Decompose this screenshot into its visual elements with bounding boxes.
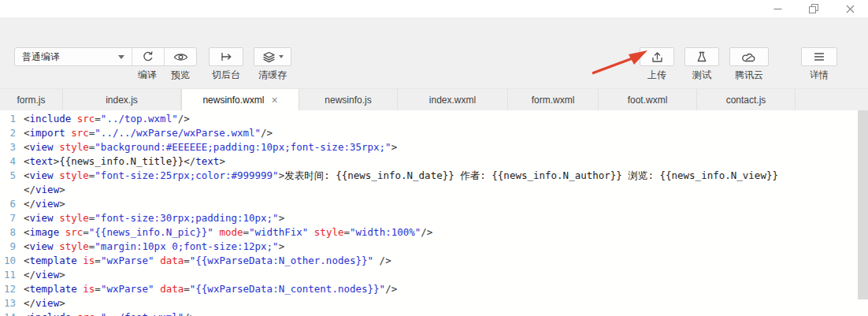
code-text: </view>	[24, 268, 65, 282]
details-label: 详情	[810, 70, 829, 80]
compile-control-group: 普通编译 编译 预	[14, 47, 197, 80]
code-line[interactable]: 2<import src="../../wxParse/wxParse.wxml…	[0, 126, 868, 140]
tab-close-icon[interactable]: ×	[271, 95, 277, 106]
switch-background-icon	[220, 51, 233, 62]
tab-label: newsinfo.js	[325, 95, 371, 106]
scrollbar-thumb[interactable]	[858, 110, 868, 299]
switch-background-control: 切后台	[209, 47, 243, 80]
tab-label: index.js	[106, 95, 138, 106]
restore-button[interactable]	[796, 0, 832, 17]
code-line[interactable]: </view>	[0, 183, 868, 197]
test-button[interactable]	[684, 47, 719, 66]
code-line[interactable]: 8<image src="{{news_info.N_pic}}" mode="…	[0, 225, 868, 240]
code-text: <view style="font-size:30rpx;padding:10p…	[24, 211, 284, 225]
tab-foot.wxml[interactable]: foot.wxml	[599, 89, 697, 111]
line-number: 9	[0, 240, 24, 254]
compile-label: 编译	[131, 70, 164, 80]
code-line[interactable]: 6</view>	[0, 197, 868, 211]
tab-label: newsinfo.wxml	[202, 95, 264, 106]
compile-mode-value: 普通编译	[22, 50, 60, 64]
code-text: <view style="margin:10px 0;font-size:12p…	[24, 240, 284, 254]
code-text: <template is="wxParse" data="{{wxParseDa…	[24, 282, 397, 296]
toolbar: 普通编译 编译 预	[0, 17, 868, 88]
clear-cache-label: 清缓存	[258, 70, 287, 80]
code-line[interactable]: 13</view>	[0, 296, 868, 310]
editor-tab-bar: form.jsindex.jsnewsinfo.wxml×newsinfo.js…	[0, 88, 868, 110]
line-number: 14	[0, 310, 24, 316]
tab-form.wxml[interactable]: form.wxml	[508, 89, 599, 111]
code-text: <view style="font-size:25rpx;color:#9999…	[24, 169, 778, 183]
switch-background-label: 切后台	[212, 70, 240, 80]
tab-label: index.wxml	[429, 95, 476, 106]
code-line[interactable]: 14<include src="../foot.wxml"/>	[0, 310, 868, 316]
minimize-button[interactable]	[759, 0, 796, 17]
upload-control: 上传	[640, 47, 674, 80]
tab-index.wxml[interactable]: index.wxml	[398, 89, 508, 111]
tencent-cloud-button[interactable]	[729, 47, 769, 66]
tab-label: foot.wxml	[628, 95, 668, 106]
upload-label: 上传	[647, 70, 666, 80]
titlebar	[0, 0, 868, 17]
line-number: 11	[0, 268, 24, 282]
code-text: <import src="../../wxParse/wxParse.wxml"…	[24, 126, 273, 140]
tab-form.js[interactable]: form.js	[0, 89, 63, 111]
code-text: </view>	[24, 197, 65, 211]
clear-cache-button[interactable]	[254, 47, 291, 66]
line-number: 6	[0, 197, 24, 211]
upload-icon	[651, 51, 663, 63]
chevron-down-icon	[118, 55, 124, 59]
test-control: 测试	[684, 47, 719, 80]
code-line[interactable]: 1<include src="../top.wxml"/>	[0, 112, 868, 126]
details-button[interactable]	[801, 47, 837, 66]
compile-mode-dropdown[interactable]: 普通编译	[15, 48, 132, 65]
details-control: 详情	[801, 47, 837, 80]
tab-newsinfo.js[interactable]: newsinfo.js	[299, 89, 398, 111]
line-number: 8	[0, 225, 24, 240]
line-number: 10	[0, 254, 24, 268]
code-text: <include src="../foot.wxml"/>	[24, 310, 195, 316]
line-number: 7	[0, 211, 24, 225]
code-text: </view>	[24, 183, 65, 197]
compile-button[interactable]	[132, 48, 164, 65]
tencent-cloud-label: 腾讯云	[735, 70, 763, 80]
eye-icon	[173, 52, 188, 62]
tab-newsinfo.wxml[interactable]: newsinfo.wxml×	[181, 89, 299, 111]
flask-icon	[696, 51, 708, 62]
tab-label: form.wxml	[532, 95, 575, 106]
upload-button[interactable]	[640, 47, 674, 66]
line-number: 2	[0, 126, 24, 140]
vertical-scrollbar[interactable]	[858, 110, 868, 316]
tencent-cloud-control: 腾讯云	[729, 47, 769, 80]
menu-lines-icon	[814, 52, 825, 61]
code-editor[interactable]: 1<include src="../top.wxml"/>2<import sr…	[0, 110, 868, 316]
line-number: 5	[0, 169, 24, 183]
code-line[interactable]: 5<view style="font-size:25rpx;color:#999…	[0, 169, 868, 183]
line-number: 3	[0, 140, 24, 154]
code-text: </view>	[24, 296, 65, 310]
line-number	[0, 183, 24, 197]
preview-button[interactable]	[164, 48, 196, 65]
code-line[interactable]: 3<view style="background:#EEEEEE;padding…	[0, 140, 868, 154]
code-text: <include src="../top.wxml"/>	[24, 112, 190, 126]
code-line[interactable]: 11</view>	[0, 268, 868, 282]
tab-index.js[interactable]: index.js	[63, 89, 181, 111]
refresh-icon	[142, 50, 154, 63]
line-number: 4	[0, 154, 24, 169]
tab-contact.js[interactable]: contact.js	[697, 89, 796, 111]
code-line[interactable]: 7<view style="font-size:30rpx;padding:10…	[0, 211, 868, 225]
layers-icon	[262, 51, 276, 63]
tab-label: form.js	[17, 95, 46, 106]
chevron-down-icon	[279, 55, 284, 58]
line-number: 13	[0, 296, 24, 310]
code-line[interactable]: 4<text>{{news_info.N_title}}</text>	[0, 154, 868, 169]
code-line[interactable]: 9<view style="margin:10px 0;font-size:12…	[0, 240, 868, 254]
code-line[interactable]: 10<template is="wxParse" data="{{wxParse…	[0, 254, 868, 268]
code-text: <view style="background:#EEEEEE;padding:…	[24, 140, 397, 154]
preview-label: 预览	[164, 70, 197, 80]
cloud-icon	[741, 52, 757, 62]
code-line[interactable]: 12<template is="wxParse" data="{{wxParse…	[0, 282, 868, 296]
close-button[interactable]	[832, 0, 868, 17]
test-label: 测试	[692, 70, 711, 80]
code-text: <image src="{{news_info.N_pic}}" mode="w…	[24, 225, 432, 240]
switch-background-button[interactable]	[209, 47, 243, 66]
